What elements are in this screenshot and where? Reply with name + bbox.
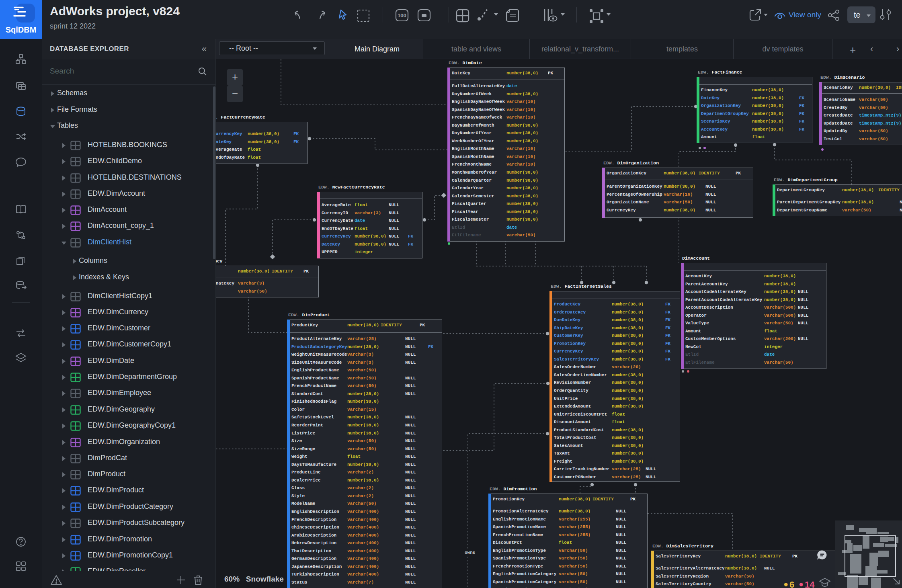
svg-text:100: 100: [398, 12, 406, 18]
